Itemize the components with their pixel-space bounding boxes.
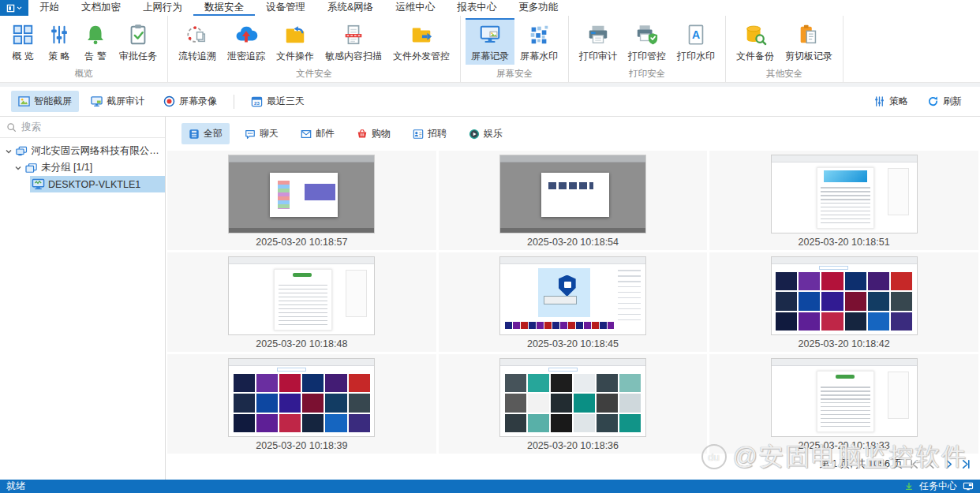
screenshot-timestamp: 2025-03-20 10:18:45 — [439, 338, 708, 349]
screenshot-thumbnail[interactable] — [228, 256, 375, 335]
tab-start[interactable]: 开始 — [28, 0, 70, 16]
ribbon-group-label: 打印安全 — [574, 66, 720, 82]
network-computers-icon — [16, 145, 28, 157]
ribbon-item-label: 文件操作 — [276, 50, 314, 63]
filter-label: 聊天 — [260, 127, 279, 140]
filter-mail[interactable]: 邮件 — [294, 123, 342, 144]
screenshot-thumbnail[interactable] — [228, 358, 375, 437]
screenshot-grid: 2025-03-20 10:18:57 2025-03-20 10:18:54 … — [166, 151, 980, 454]
ribbon-item-flow-trace[interactable]: 流转追溯 — [173, 18, 222, 65]
ribbon-group-label: 概览 — [5, 66, 163, 82]
ribbon-item-policy[interactable]: 策 略 — [41, 18, 77, 65]
search-input[interactable] — [21, 121, 148, 133]
ribbon-item-screen-watermark[interactable]: 屏幕水印 — [514, 18, 563, 65]
tree-node-device[interactable]: DESKTOP-VLKTLE1 — [0, 176, 165, 192]
screen-recording-button[interactable]: 屏幕录像 — [156, 91, 224, 112]
tab-device-manage[interactable]: 设备管理 — [255, 0, 316, 16]
ribbon-item-file-backup[interactable]: 文件备份 — [731, 18, 780, 65]
tab-ops-center[interactable]: 运维中心 — [384, 0, 446, 16]
tab-doc-encrypt[interactable]: 文档加密 — [70, 0, 132, 16]
tab-web-behavior[interactable]: 上网行为 — [132, 0, 193, 16]
last-three-days-button[interactable]: 23 最近三天 — [244, 91, 312, 112]
category-filter-bar: 全部 聊天 邮件 购物 招聘 — [181, 123, 980, 144]
screenshot-audit-button[interactable]: 截屏审计 — [84, 91, 151, 112]
ribbon-item-sensitive-scan[interactable]: 敏感内容扫描 — [320, 18, 387, 65]
first-page-icon — [908, 458, 920, 470]
screenshot-thumbnail[interactable] — [499, 155, 646, 233]
tree-node-label: DESKTOP-VLKTLE1 — [48, 179, 140, 190]
button-label: 智能截屏 — [34, 95, 72, 108]
menu-bar: 开始 文档加密 上网行为 数据安全 设备管理 系统&网络 运维中心 报表中心 更… — [0, 0, 980, 16]
ribbon-item-screen-record[interactable]: 屏幕记录 — [466, 18, 514, 65]
prev-page-icon — [926, 458, 937, 470]
next-page-button[interactable] — [943, 458, 955, 470]
ribbon-item-file-outgoing-control[interactable]: 文件外发管控 — [387, 18, 455, 65]
screenshot-thumbnail[interactable] — [771, 155, 918, 233]
ribbon-item-print-audit[interactable]: 打印审计 — [574, 18, 623, 65]
screenshot-thumbnail[interactable] — [228, 155, 375, 233]
filter-label: 招聘 — [428, 127, 447, 140]
smart-screenshot-button[interactable]: 智能截屏 — [11, 91, 79, 112]
screenshot-card[interactable]: 2025-03-20 10:18:36 — [439, 354, 708, 454]
printer-icon — [585, 22, 611, 47]
task-center-button[interactable]: 任务中心 — [919, 480, 957, 493]
monitor-image-icon — [477, 22, 503, 47]
filter-shopping[interactable]: 购物 — [350, 123, 398, 144]
tab-more[interactable]: 更多功能 — [507, 0, 569, 16]
pixel-pattern-icon — [526, 22, 552, 47]
screenshot-thumbnail[interactable] — [499, 358, 646, 437]
ribbon-item-leak-track[interactable]: 泄密追踪 — [222, 18, 271, 65]
screenshot-thumbnail[interactable] — [499, 256, 646, 335]
tab-data-security[interactable]: 数据安全 — [193, 0, 255, 16]
ribbon-item-alert[interactable]: 告 警 — [77, 18, 114, 65]
screenshot-thumbnail[interactable] — [771, 358, 918, 437]
ribbon-group-label: 文件安全 — [173, 66, 455, 82]
status-bar: 就绪 任务中心 — [0, 480, 980, 493]
ribbon-item-approval-tasks[interactable]: 审批任务 — [114, 18, 163, 65]
ribbon-group-screen-security: 屏幕记录 屏幕水印 屏幕安全 — [461, 16, 569, 82]
ribbon-group-label: 其他安全 — [731, 66, 838, 82]
body: 河北安固云网络科技有限公司 [1/1] 未分组 [1/1] DESKTOP-VL… — [0, 117, 980, 480]
monitor-icon — [91, 95, 103, 107]
screenshot-thumbnail[interactable] — [771, 256, 918, 335]
screenshot-card[interactable]: 2025-03-20 10:18:57 — [167, 151, 436, 250]
sliders-icon — [873, 95, 885, 107]
cloud-upload-icon — [234, 22, 259, 47]
screenshot-card[interactable]: 2025-03-20 10:18:54 — [439, 151, 708, 250]
chevron-down-icon — [14, 164, 22, 172]
ribbon-item-label: 策 略 — [48, 50, 69, 63]
tab-system-network[interactable]: 系统&网络 — [316, 0, 384, 16]
all-grid-icon — [189, 129, 200, 140]
screenshot-card[interactable]: 2025-03-20 10:18:33 — [709, 354, 978, 454]
filter-all[interactable]: 全部 — [181, 123, 230, 144]
tree-node-label: 未分组 [1/1] — [41, 161, 92, 174]
filter-entertainment[interactable]: 娱乐 — [462, 123, 510, 144]
tab-report-center[interactable]: 报表中心 — [446, 0, 507, 16]
tree-node-company[interactable]: 河北安固云网络科技有限公司 [1/1] — [0, 143, 165, 159]
last-page-button[interactable] — [960, 458, 972, 470]
screenshot-card[interactable]: 2025-03-20 10:18:39 — [167, 354, 436, 454]
app-menu-button[interactable] — [0, 0, 28, 16]
screenshot-timestamp: 2025-03-20 10:18:57 — [167, 237, 436, 248]
document-letter-icon: A — [683, 22, 709, 47]
shopping-cart-icon — [357, 129, 368, 140]
screenshot-card[interactable]: 2025-03-20 10:18:45 — [439, 252, 708, 352]
ribbon-item-print-watermark[interactable]: A 打印水印 — [671, 18, 720, 65]
folder-undo-icon — [282, 22, 308, 47]
filter-chat[interactable]: 聊天 — [238, 123, 286, 144]
refresh-button[interactable]: 刷新 — [920, 91, 969, 112]
tree-node-ungrouped[interactable]: 未分组 [1/1] — [0, 159, 165, 176]
ribbon-group-other-security: 文件备份 剪切板记录 其他安全 — [726, 16, 843, 82]
status-ready-label: 就绪 — [6, 480, 25, 493]
screenshot-card[interactable]: 2025-03-20 10:18:48 — [167, 252, 436, 352]
ribbon-item-clipboard-record[interactable]: 剪切板记录 — [780, 18, 838, 65]
ribbon-item-file-ops[interactable]: 文件操作 — [271, 18, 320, 65]
ribbon-item-print-control[interactable]: 打印管控 — [623, 18, 671, 65]
policy-button[interactable]: 策略 — [866, 91, 915, 112]
first-page-button[interactable] — [908, 458, 920, 470]
filter-recruit[interactable]: 招聘 — [406, 123, 454, 144]
prev-page-button[interactable] — [926, 458, 937, 470]
ribbon-item-overview[interactable]: 概 览 — [5, 18, 41, 65]
screenshot-card[interactable]: 2025-03-20 10:18:42 — [709, 252, 978, 352]
screenshot-card[interactable]: 2025-03-20 10:18:51 — [709, 151, 978, 250]
